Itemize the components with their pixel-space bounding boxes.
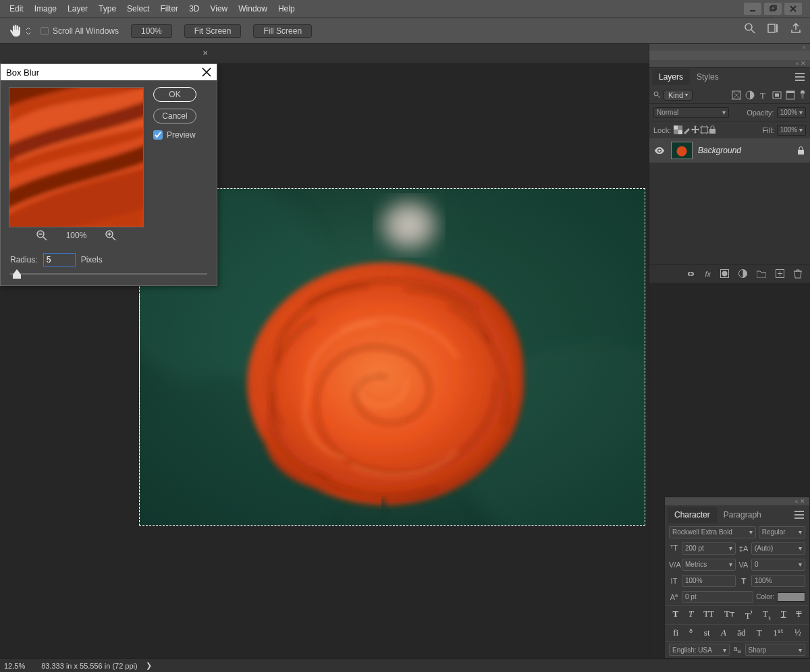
link-layers-icon[interactable] [686, 270, 695, 278]
share-icon[interactable] [790, 22, 802, 34]
font-family-dropdown[interactable]: Rockwell Extra Bold▾ [669, 526, 756, 538]
menu-help[interactable]: Help [273, 0, 300, 18]
layer-name[interactable]: Background [698, 146, 741, 155]
font-size-field[interactable]: 200 pt▾ [682, 542, 736, 555]
menu-type[interactable]: Type [93, 0, 122, 18]
slider-thumb-icon[interactable] [13, 269, 21, 279]
new-group-icon[interactable] [757, 270, 766, 278]
dialog-ok-button[interactable]: OK [153, 87, 196, 102]
dialog-close-icon[interactable] [202, 67, 211, 77]
layer-item-background[interactable]: Background [649, 138, 810, 163]
dialog-cancel-button[interactable]: Cancel [153, 109, 196, 123]
preview-zoom-out-icon[interactable] [36, 230, 47, 241]
radius-slider[interactable] [1, 269, 217, 285]
fill-value[interactable]: 100% ▾ [777, 125, 806, 136]
radius-input[interactable] [43, 253, 76, 267]
status-doc-info[interactable]: 83.333 in x 55.556 in (72 ppi) [41, 662, 138, 670]
opentype-titling-button[interactable]: T [757, 627, 762, 638]
char-collapse-icon[interactable]: « [794, 498, 798, 505]
window-close-button[interactable] [784, 3, 802, 15]
window-restore-button[interactable] [764, 3, 782, 15]
tab-character[interactable]: Character [668, 507, 717, 523]
char-color-swatch[interactable] [777, 592, 805, 602]
box-blur-dialog[interactable]: Box Blur [0, 63, 217, 286]
strikethrough-button[interactable]: T [796, 609, 802, 621]
menu-image[interactable]: Image [29, 0, 62, 18]
opentype-ad-button[interactable]: ād [737, 627, 745, 638]
new-adjustment-icon[interactable] [738, 269, 747, 278]
filter-toggle-icon[interactable] [799, 90, 806, 100]
fit-screen-button[interactable]: Fit Screen [184, 24, 242, 38]
opentype-swash-button[interactable]: A [721, 627, 726, 638]
menu-layer[interactable]: Layer [62, 0, 93, 18]
status-zoom[interactable]: 12.5% [4, 662, 25, 670]
opentype-st-button[interactable]: st [704, 627, 710, 638]
delete-layer-icon[interactable] [794, 269, 802, 279]
tool-preset-dropdown-icon[interactable] [26, 26, 31, 36]
menu-select[interactable]: Select [122, 0, 155, 18]
filter-shape-icon[interactable] [772, 90, 782, 100]
new-layer-icon[interactable] [776, 269, 784, 278]
layer-visibility-icon[interactable] [655, 147, 664, 155]
blend-mode-dropdown[interactable]: Normal▾ [653, 107, 729, 118]
antialias-dropdown[interactable]: Sharp▾ [745, 644, 806, 656]
underline-button[interactable]: T [781, 609, 786, 621]
tab-paragraph[interactable]: Paragraph [717, 507, 768, 523]
superscript-button[interactable]: T¹ [745, 609, 753, 621]
preview-zoom-in-icon[interactable] [105, 230, 116, 241]
char-close-icon[interactable]: ✕ [800, 498, 805, 505]
lock-artboard-icon[interactable] [700, 125, 709, 134]
baseline-field[interactable]: 0 pt [682, 591, 753, 603]
document-tab-close-icon[interactable]: ✕ [202, 49, 208, 57]
dialog-titlebar[interactable]: Box Blur [1, 64, 217, 80]
menu-3d[interactable]: 3D [184, 0, 205, 18]
tab-layers[interactable]: Layers [652, 69, 690, 85]
status-info-chevron-icon[interactable]: ❯ [146, 661, 152, 670]
scroll-all-windows-checkbox[interactable]: Scroll All Windows [40, 26, 119, 36]
vscale-field[interactable]: 100% [682, 575, 736, 587]
dialog-preview-checkbox[interactable]: Preview [153, 130, 202, 140]
filter-adjust-icon[interactable] [745, 90, 755, 100]
char-panel-menu-icon[interactable] [794, 511, 804, 519]
collapse-chevrons-icon[interactable]: « [803, 44, 806, 51]
opentype-fraction-button[interactable]: ½ [794, 627, 801, 638]
layer-filter-kind-dropdown[interactable]: Kind ▾ [664, 90, 693, 101]
opentype-sigma-button[interactable]: ᵟ [689, 627, 693, 638]
workspace-switcher-icon[interactable] [767, 22, 779, 34]
lock-all-icon[interactable] [709, 125, 716, 134]
hand-tool-icon[interactable] [7, 22, 24, 40]
search-icon[interactable] [744, 22, 756, 34]
filter-type-icon[interactable]: T [759, 90, 768, 100]
menu-filter[interactable]: Filter [155, 0, 184, 18]
leading-field[interactable]: (Auto)▾ [751, 542, 805, 555]
filter-search-icon[interactable] [653, 91, 661, 99]
collapse-chevrons2-icon[interactable]: « [795, 60, 799, 67]
smallcaps-button[interactable]: Tᴛ [724, 609, 735, 621]
kerning-field[interactable]: Metrics▾ [682, 559, 736, 571]
opentype-fi-button[interactable]: fi [673, 627, 678, 638]
filter-smart-icon[interactable] [786, 90, 795, 100]
opacity-value[interactable]: 100% ▾ [777, 107, 806, 118]
language-dropdown[interactable]: English: USA▾ [669, 644, 730, 656]
lock-move-icon[interactable] [691, 125, 700, 134]
add-mask-icon[interactable] [720, 269, 729, 278]
lock-transparent-icon[interactable] [674, 125, 682, 134]
layer-locked-icon[interactable] [797, 146, 805, 155]
font-weight-dropdown[interactable]: Regular▾ [759, 526, 805, 538]
panel-menu-icon[interactable] [795, 73, 805, 81]
lock-brush-icon[interactable] [682, 125, 691, 134]
hscale-field[interactable]: 100% [751, 575, 805, 587]
filter-preview-thumbnail[interactable] [9, 87, 144, 227]
allcaps-button[interactable]: TT [703, 609, 714, 621]
menu-edit[interactable]: Edit [4, 0, 29, 18]
zoom-100-button[interactable]: 100% [131, 24, 172, 38]
faux-bold-button[interactable]: T [672, 609, 678, 621]
tracking-field[interactable]: 0▾ [751, 559, 805, 571]
menu-window[interactable]: Window [233, 0, 273, 18]
filter-pixel-icon[interactable] [732, 90, 741, 100]
subscript-button[interactable]: T₁ [763, 609, 771, 621]
layer-fx-icon[interactable]: fx [705, 270, 711, 278]
menu-view[interactable]: View [205, 0, 233, 18]
window-minimize-button[interactable] [744, 3, 761, 15]
fill-screen-button[interactable]: Fill Screen [253, 24, 312, 38]
